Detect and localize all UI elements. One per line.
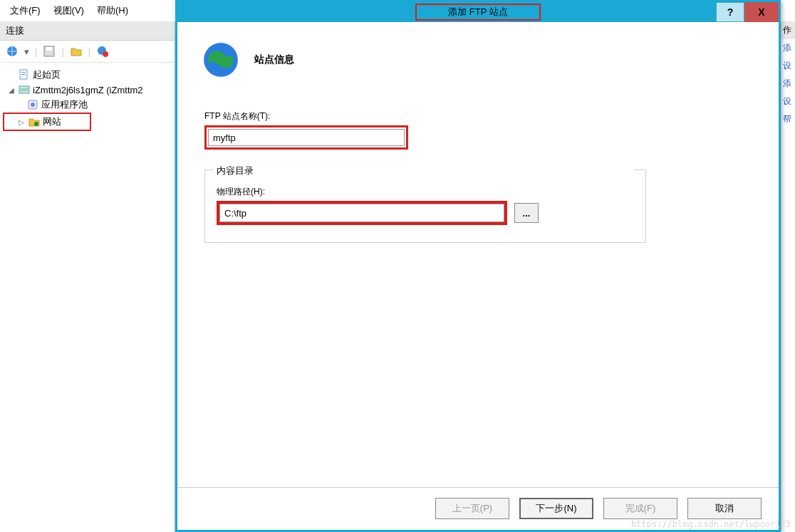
menu-view[interactable]: 视图(V) [53, 4, 84, 17]
path-highlight [217, 201, 507, 225]
expand-icon[interactable]: ▷ [19, 118, 26, 126]
ftp-name-highlight [204, 125, 408, 150]
help-button[interactable]: ? [716, 2, 744, 22]
svg-rect-8 [19, 86, 29, 89]
cancel-button[interactable]: 取消 [687, 498, 762, 519]
connections-toolbar: ▾ | | | [0, 41, 175, 63]
action-link[interactable]: 添 [781, 39, 795, 57]
menu-file[interactable]: 文件(F) [10, 4, 41, 17]
physical-path-label: 物理路径(H): [217, 186, 634, 198]
svg-rect-9 [19, 90, 29, 93]
form-area: FTP 站点名称(T): 内容目录 物理路径(H): ... [202, 110, 754, 243]
svg-point-11 [31, 103, 35, 107]
svg-rect-6 [21, 72, 26, 73]
connections-tree: 起始页 ◢ iZmttm2j6ls1gmZ (iZmttm2 应用程序池 ▷ 网… [0, 63, 175, 135]
action-link[interactable]: 帮 [781, 110, 795, 128]
tree-label: 应用程序池 [41, 98, 88, 111]
action-link[interactable]: 添 [781, 75, 795, 93]
ftp-site-name-input[interactable] [208, 129, 405, 146]
next-button[interactable]: 下一步(N) [519, 498, 593, 519]
add-ftp-site-dialog: 添加 FTP 站点 ? X 站点信息 FTP 站点名称(T): 内容目录 [175, 0, 781, 532]
actions-pane: 作 添 设 添 设 帮 [781, 21, 795, 532]
app-pool-icon [27, 99, 38, 110]
tree-server[interactable]: ◢ iZmttm2j6ls1gmZ (iZmttm2 [3, 83, 172, 97]
sites-folder-icon [28, 116, 40, 127]
physical-path-input[interactable] [219, 204, 504, 222]
globe-icon [202, 41, 240, 79]
content-dir-legend: 内容目录 [214, 165, 634, 177]
dialog-title: 添加 FTP 站点 [415, 4, 541, 21]
section-title: 站点信息 [254, 53, 294, 66]
world-refresh-icon[interactable] [6, 45, 19, 58]
svg-rect-2 [46, 47, 52, 51]
collapse-icon[interactable]: ◢ [9, 86, 16, 94]
action-link[interactable]: 设 [781, 93, 795, 110]
save-icon[interactable] [43, 45, 56, 58]
dialog-body: 站点信息 FTP 站点名称(T): 内容目录 物理路径(H): ... [177, 22, 779, 485]
finish-button: 完成(F) [603, 498, 677, 519]
connections-panel: 连接 ▾ | | | 起始页 ◢ iZmt [0, 21, 175, 532]
actions-header-char: 作 [781, 21, 795, 39]
svg-rect-7 [21, 74, 26, 75]
tree-start-page[interactable]: 起始页 [3, 67, 172, 83]
close-button[interactable]: X [744, 2, 779, 22]
connections-header: 连接 [0, 21, 175, 41]
prev-button: 上一页(P) [435, 498, 509, 519]
action-link[interactable]: 设 [781, 57, 795, 75]
tree-label: 网站 [43, 115, 61, 128]
dialog-titlebar: 添加 FTP 站点 ? X [177, 2, 779, 22]
folder-open-icon[interactable] [70, 45, 83, 58]
tree-sites[interactable]: ▷ 网站 [3, 113, 91, 131]
page-icon [19, 69, 30, 80]
browse-button[interactable]: ... [514, 203, 539, 223]
menu-help[interactable]: 帮助(H) [97, 4, 128, 17]
tree-app-pools[interactable]: 应用程序池 [3, 97, 172, 113]
ftp-name-label: FTP 站点名称(T): [204, 110, 754, 122]
tree-label: iZmttm2j6ls1gmZ (iZmttm2 [33, 85, 143, 95]
content-directory-group: 内容目录 物理路径(H): ... [204, 169, 646, 243]
globe-stop-icon[interactable] [96, 45, 109, 58]
tree-label: 起始页 [33, 68, 61, 81]
server-icon [19, 84, 30, 95]
watermark: https://blog.csdn.net/lwpoor123 [631, 519, 791, 529]
svg-point-12 [34, 122, 38, 126]
svg-point-4 [103, 51, 108, 57]
